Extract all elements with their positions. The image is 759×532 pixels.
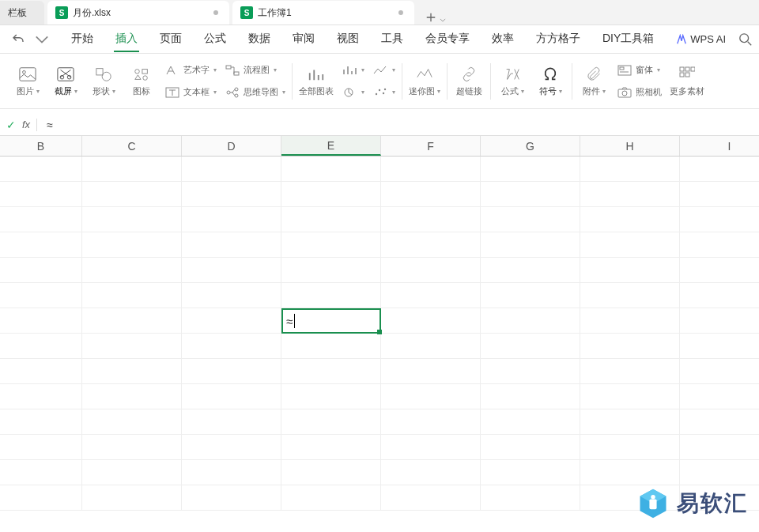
table-row[interactable] bbox=[0, 334, 759, 359]
form-control-button[interactable]: 窗体▾ bbox=[617, 61, 662, 80]
cell[interactable] bbox=[381, 334, 481, 358]
cell[interactable] bbox=[0, 409, 82, 434]
cell[interactable] bbox=[481, 409, 580, 434]
table-row[interactable] bbox=[0, 460, 759, 485]
cell[interactable] bbox=[182, 460, 281, 485]
col-header-selected[interactable]: E bbox=[281, 136, 381, 156]
cell[interactable] bbox=[182, 157, 281, 181]
cell[interactable] bbox=[182, 485, 281, 510]
table-row[interactable] bbox=[0, 435, 759, 460]
cell[interactable] bbox=[481, 157, 580, 181]
camera-button[interactable]: 照相机 bbox=[617, 83, 662, 102]
cell[interactable] bbox=[580, 232, 680, 257]
cell[interactable] bbox=[0, 334, 82, 358]
table-row[interactable] bbox=[0, 359, 759, 384]
cell[interactable] bbox=[281, 334, 381, 358]
col-header[interactable]: I bbox=[680, 136, 759, 156]
menu-diy[interactable]: DIY工具箱 bbox=[601, 27, 655, 52]
table-row[interactable] bbox=[0, 384, 759, 409]
formula-input[interactable]: ≈ bbox=[43, 119, 53, 131]
cell[interactable] bbox=[580, 359, 680, 383]
shapes-button[interactable]: 形状▾ bbox=[89, 65, 119, 97]
cell[interactable] bbox=[82, 182, 182, 206]
col-header[interactable]: B bbox=[0, 136, 82, 156]
cell[interactable] bbox=[0, 384, 82, 409]
cell[interactable] bbox=[182, 283, 281, 308]
col-header[interactable]: G bbox=[481, 136, 580, 156]
cell[interactable] bbox=[182, 232, 281, 257]
cell[interactable] bbox=[281, 460, 381, 485]
cell[interactable] bbox=[580, 334, 680, 358]
cell[interactable] bbox=[82, 232, 182, 257]
insert-image-button[interactable]: 图片▾ bbox=[13, 65, 43, 97]
col-header[interactable]: H bbox=[580, 136, 680, 156]
cell[interactable] bbox=[281, 207, 381, 232]
cell[interactable] bbox=[82, 485, 182, 510]
cell[interactable] bbox=[680, 308, 759, 333]
cell[interactable] bbox=[481, 384, 580, 409]
cell[interactable] bbox=[680, 258, 759, 282]
cell[interactable] bbox=[680, 283, 759, 308]
cell[interactable] bbox=[82, 359, 182, 383]
cell[interactable] bbox=[680, 359, 759, 383]
table-row[interactable] bbox=[0, 409, 759, 435]
cell[interactable] bbox=[82, 157, 182, 181]
cell[interactable] bbox=[381, 435, 481, 459]
sparkline-button[interactable]: 迷你图▾ bbox=[409, 65, 440, 97]
cell[interactable] bbox=[381, 359, 481, 383]
cell[interactable] bbox=[680, 334, 759, 358]
cell[interactable] bbox=[281, 182, 381, 206]
cell[interactable] bbox=[381, 308, 481, 333]
col-header[interactable]: C bbox=[82, 136, 182, 156]
undo-button[interactable] bbox=[6, 32, 30, 47]
menu-member[interactable]: 会员专享 bbox=[424, 27, 471, 52]
menu-view[interactable]: 视图 bbox=[335, 27, 361, 52]
cell[interactable] bbox=[82, 409, 182, 434]
table-row[interactable] bbox=[0, 157, 759, 182]
cell[interactable] bbox=[580, 308, 680, 333]
cell[interactable] bbox=[0, 460, 82, 485]
menu-efficiency[interactable]: 效率 bbox=[490, 27, 515, 52]
cell[interactable] bbox=[0, 258, 82, 282]
attachment-button[interactable]: 附件▾ bbox=[579, 65, 609, 97]
fx-button[interactable]: fx bbox=[22, 119, 30, 130]
cell[interactable] bbox=[0, 182, 82, 206]
cell[interactable] bbox=[481, 207, 580, 232]
cell[interactable] bbox=[481, 232, 580, 257]
scatter-chart-button[interactable]: ▾ bbox=[372, 83, 395, 102]
menu-page[interactable]: 页面 bbox=[158, 27, 183, 52]
hyperlink-button[interactable]: 超链接 bbox=[454, 65, 484, 97]
all-charts-button[interactable]: 全部图表 bbox=[299, 65, 334, 97]
cell[interactable] bbox=[481, 359, 580, 383]
cell[interactable] bbox=[481, 308, 580, 333]
cell[interactable] bbox=[680, 435, 759, 459]
cell[interactable] bbox=[182, 409, 281, 434]
menu-review[interactable]: 审阅 bbox=[291, 27, 316, 52]
cell[interactable] bbox=[580, 207, 680, 232]
menu-tools[interactable]: 工具 bbox=[380, 27, 405, 52]
tab-file-1[interactable]: S 月份.xlsx bbox=[47, 1, 229, 25]
cell[interactable] bbox=[182, 435, 281, 459]
cell[interactable] bbox=[381, 283, 481, 308]
search-button[interactable] bbox=[738, 32, 753, 47]
table-row[interactable] bbox=[0, 232, 759, 258]
cell[interactable] bbox=[381, 157, 481, 181]
cell[interactable] bbox=[0, 485, 82, 510]
wps-ai-button[interactable]: WPS AI bbox=[676, 33, 726, 45]
cell[interactable] bbox=[182, 334, 281, 358]
tab-file-2[interactable]: S 工作簿1 bbox=[232, 1, 414, 25]
cell[interactable] bbox=[580, 157, 680, 181]
cell[interactable] bbox=[0, 207, 82, 232]
cell[interactable] bbox=[680, 409, 759, 434]
cell[interactable] bbox=[481, 283, 580, 308]
cell[interactable] bbox=[182, 384, 281, 409]
cell[interactable] bbox=[281, 384, 381, 409]
col-header[interactable]: D bbox=[182, 136, 281, 156]
cell[interactable] bbox=[680, 207, 759, 232]
equation-button[interactable]: 公式▾ bbox=[497, 65, 527, 97]
column-chart-button[interactable]: ▾ bbox=[342, 61, 364, 80]
cell[interactable] bbox=[82, 283, 182, 308]
cell[interactable] bbox=[381, 485, 481, 510]
cell[interactable] bbox=[82, 258, 182, 282]
cell[interactable] bbox=[580, 182, 680, 206]
